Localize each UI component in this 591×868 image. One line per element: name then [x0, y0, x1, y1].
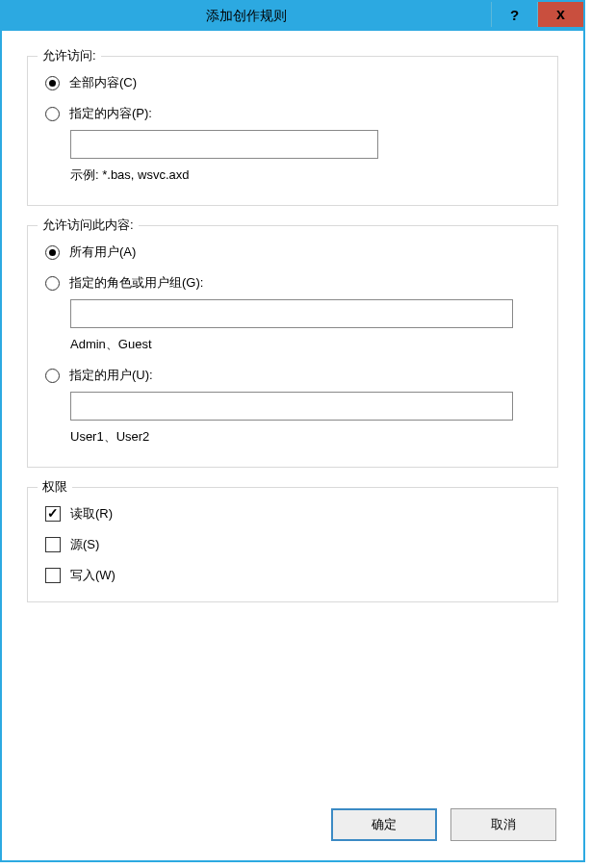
ok-button[interactable]: 确定	[331, 808, 437, 841]
cancel-button[interactable]: 取消	[450, 808, 556, 841]
close-button[interactable]: x	[537, 2, 583, 27]
access-legend: 允许访问:	[38, 47, 101, 64]
radio-all-content-label[interactable]: 全部内容(C)	[69, 74, 137, 91]
checkbox-read[interactable]	[45, 506, 61, 522]
radio-row-all-users: 所有用户(A)	[45, 243, 540, 261]
content-example-label: 示例: *.bas, wsvc.axd	[70, 166, 540, 184]
checkbox-row-source: 源(S)	[45, 536, 540, 553]
radio-specified-users-label[interactable]: 指定的用户(U):	[69, 367, 153, 384]
users-example-label: User1、User2	[70, 428, 540, 446]
specified-content-input[interactable]	[70, 130, 378, 159]
dialog-title: 添加创作规则	[2, 8, 491, 25]
titlebar: 添加创作规则 ? x	[2, 2, 583, 31]
radio-all-users[interactable]	[45, 245, 60, 260]
radio-row-roles: 指定的角色或用户组(G):	[45, 274, 540, 292]
permissions-fieldset: 权限 读取(R) 源(S) 写入(W)	[27, 487, 558, 602]
users-input[interactable]	[70, 392, 513, 421]
users-group: 指定的用户(U): User1、User2	[45, 367, 540, 446]
help-button[interactable]: ?	[491, 2, 537, 27]
radio-specified-content-label[interactable]: 指定的内容(P):	[69, 105, 152, 122]
roles-group: 指定的角色或用户组(G): Admin、Guest	[45, 274, 540, 353]
radio-all-content[interactable]	[45, 76, 60, 90]
radio-row-specified-content: 指定的内容(P):	[45, 105, 540, 122]
access-fieldset: 允许访问: 全部内容(C) 指定的内容(P): 示例: *.bas, wsvc.…	[27, 56, 558, 206]
roles-example-label: Admin、Guest	[70, 336, 540, 353]
radio-roles-groups-label[interactable]: 指定的角色或用户组(G):	[69, 274, 203, 292]
titlebar-buttons: ? x	[491, 2, 583, 31]
roles-input[interactable]	[70, 299, 513, 328]
checkbox-row-write: 写入(W)	[45, 567, 540, 584]
radio-row-all-content: 全部内容(C)	[45, 74, 540, 91]
radio-roles-groups[interactable]	[45, 276, 60, 291]
checkbox-write-label[interactable]: 写入(W)	[70, 567, 116, 584]
checkbox-read-label[interactable]: 读取(R)	[70, 505, 113, 523]
who-legend: 允许访问此内容:	[38, 217, 139, 234]
dialog-button-row: 确定 取消	[331, 808, 556, 841]
checkbox-write[interactable]	[45, 568, 61, 583]
who-fieldset: 允许访问此内容: 所有用户(A) 指定的角色或用户组(G): Admin、Gue…	[27, 225, 558, 468]
radio-specified-users[interactable]	[45, 369, 60, 383]
dialog-content: 允许访问: 全部内容(C) 指定的内容(P): 示例: *.bas, wsvc.…	[2, 31, 583, 631]
radio-specified-content[interactable]	[45, 107, 60, 121]
radio-row-users: 指定的用户(U):	[45, 367, 540, 384]
checkbox-source[interactable]	[45, 537, 61, 552]
checkbox-row-read: 读取(R)	[45, 505, 540, 523]
radio-all-users-label[interactable]: 所有用户(A)	[69, 243, 136, 261]
checkbox-source-label[interactable]: 源(S)	[70, 536, 99, 553]
permissions-legend: 权限	[38, 478, 72, 496]
dialog-window: 添加创作规则 ? x 允许访问: 全部内容(C) 指定的内容(P): 示例: *…	[0, 0, 585, 862]
